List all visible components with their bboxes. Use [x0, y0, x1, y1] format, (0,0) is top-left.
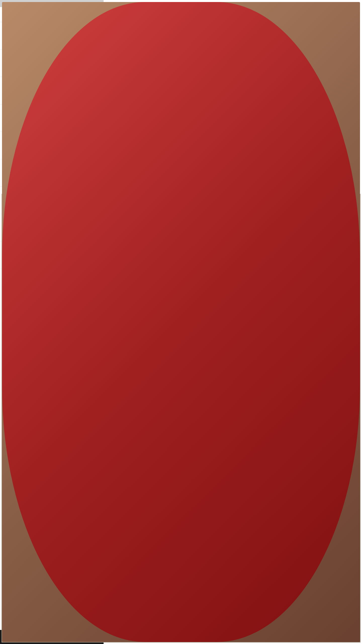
recipe-item[interactable]: Double Layer Raspberry Coconut Cake — [0, 242, 104, 269]
recipe-thumbnail — [4, 246, 22, 264]
recipe-list: Caramel Apple CakeAlmond Apple Cake with… — [0, 22, 104, 630]
